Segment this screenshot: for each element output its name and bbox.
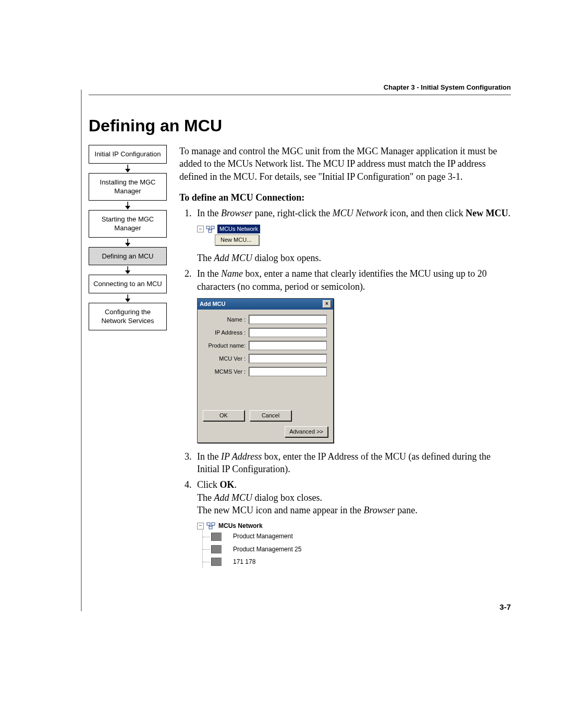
result-text: The Add MCU dialog box opens. (197, 252, 511, 264)
page: Chapter 3 - Initial System Configuration… (0, 0, 563, 663)
label-ip: IP Address : (204, 329, 249, 337)
svg-marker-1 (125, 169, 130, 172)
screenshot-add-mcu-dialog: Add MCU × Name : IP Address : Product na… (197, 298, 334, 443)
result-line: The new MCU icon and name appear in the … (197, 504, 511, 516)
network-icon (206, 522, 216, 529)
term-ip-address: IP Address (221, 451, 262, 462)
flow-step-config-net: Configuring the Network Services (89, 303, 167, 330)
text: . (235, 479, 237, 490)
svg-marker-7 (125, 270, 130, 274)
network-icon (206, 226, 215, 233)
flow-arrow (89, 293, 167, 303)
cancel-button: Cancel (250, 410, 291, 421)
text: pane. (395, 505, 418, 515)
term-browser: Browser (221, 208, 252, 218)
label-mcmsver: MCMS Ver : (204, 368, 249, 376)
text: . (508, 208, 511, 218)
text: icon, and then click (387, 208, 466, 218)
close-icon: × (323, 300, 331, 308)
text: In the (197, 208, 221, 218)
text: dialog box closes. (252, 492, 322, 503)
step-3: In the IP Address box, enter the IP Addr… (194, 450, 511, 476)
flow-arrow (89, 265, 167, 275)
term-new-mcu: New MCU (466, 208, 508, 218)
procedure-heading: To define an MCU Connection: (179, 191, 511, 204)
running-header: Chapter 3 - Initial System Configuration (89, 83, 511, 91)
step-2: In the Name box, enter a name that clear… (194, 267, 511, 442)
screenshot-browser-tree: − MCUs Network Product Management Produc… (197, 522, 511, 568)
svg-rect-17 (209, 526, 212, 529)
input-name (249, 315, 327, 324)
label-name: Name : (204, 316, 249, 324)
page-number: 3-7 (89, 602, 511, 611)
margin-rule (81, 90, 82, 611)
tree-item-label: 171 178 (233, 558, 255, 566)
header-rule (89, 94, 511, 95)
tree-item: Product Management (203, 530, 511, 542)
svg-marker-9 (125, 299, 130, 302)
dialog-title-text: Add MCU (200, 300, 226, 308)
flow-step-connect: Connecting to an MCU (89, 275, 167, 293)
procedure-list: In the Browser pane, right-click the MCU… (179, 207, 511, 568)
text: In the (197, 451, 221, 462)
context-menu-item: New MCU... (215, 235, 259, 245)
ok-button: OK (203, 410, 244, 421)
mcu-icon (211, 558, 222, 566)
svg-rect-10 (206, 226, 210, 229)
text: In the (197, 268, 221, 279)
tree-item: 171 178 (203, 556, 511, 568)
term-name: Name (221, 268, 243, 279)
text: The (197, 492, 214, 503)
text: pane, right-click the (252, 208, 332, 218)
tree-root-label: MCUs Network (218, 522, 263, 530)
mcu-icon (211, 533, 222, 541)
result-line: The Add MCU dialog box closes. (197, 491, 511, 504)
svg-rect-11 (211, 226, 214, 229)
flow-arrow (89, 164, 167, 173)
step-1: In the Browser pane, right-click the MCU… (194, 207, 511, 264)
tree-collapse-icon: − (197, 226, 204, 232)
term-add-mcu: Add MCU (214, 492, 252, 503)
svg-marker-5 (125, 243, 130, 246)
svg-rect-15 (207, 523, 210, 525)
advanced-button: Advanced >> (285, 426, 328, 437)
input-mcuver (249, 354, 327, 363)
flow-step-start: Starting the MGC Manager (89, 210, 167, 238)
content: To manage and control the MGC unit from … (179, 145, 511, 571)
flow-arrow (89, 201, 167, 210)
tree-item-label: Product Management (233, 532, 293, 540)
mcu-icon (211, 545, 222, 553)
term-add-mcu: Add MCU (214, 253, 252, 263)
label-product: Product name: (204, 342, 249, 350)
step-4: Click OK. The Add MCU dialog box closes.… (194, 478, 511, 568)
term-browser: Browser (363, 505, 395, 515)
section-title: Defining an MCU (89, 116, 511, 135)
term-ok: OK (220, 479, 235, 490)
flow-step-install: Installing the MGC Manager (89, 173, 167, 201)
tree-root-selected: MCUs Network (217, 225, 260, 233)
intro-paragraph: To manage and control the MGC unit from … (179, 145, 511, 183)
tree-item: Product Management 25 (203, 543, 511, 556)
label-mcuver: MCU Ver : (204, 355, 249, 363)
input-ip (249, 328, 327, 337)
input-product (249, 341, 327, 350)
flow-step-define-mcu: Defining an MCU (89, 247, 167, 266)
flow-sidebar: Initial IP Configuration Installing the … (89, 145, 167, 330)
flow-step-initial-ip: Initial IP Configuration (89, 145, 167, 164)
text: The new MCU icon and name appear in the (197, 505, 363, 515)
svg-marker-3 (125, 206, 130, 209)
term-mcu-network: MCU Network (333, 208, 388, 218)
svg-rect-12 (209, 230, 212, 232)
svg-rect-16 (212, 523, 215, 525)
flow-arrow (89, 238, 167, 247)
text: dialog box opens. (252, 253, 321, 263)
input-mcmsver (249, 367, 327, 376)
dialog-titlebar: Add MCU × (198, 299, 333, 310)
tree-item-label: Product Management 25 (233, 545, 301, 553)
tree-collapse-icon: − (197, 523, 204, 529)
screenshot-context-menu: − MCUs Network New MCU... (197, 225, 260, 245)
text: The (197, 253, 214, 263)
text: Click (197, 479, 220, 490)
